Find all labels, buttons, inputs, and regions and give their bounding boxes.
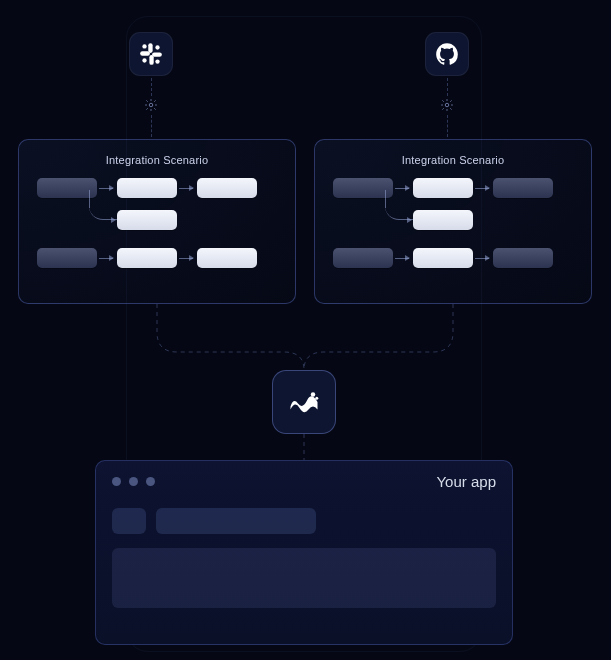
flow-node <box>117 178 177 198</box>
gear-icon <box>143 97 159 113</box>
svg-rect-1 <box>140 51 150 55</box>
flow-arrow <box>111 217 116 223</box>
flow-node <box>117 248 177 268</box>
flow-arrow <box>99 258 113 259</box>
flow-arrow <box>395 258 409 259</box>
svg-point-6 <box>142 58 146 62</box>
connector-line <box>151 115 152 137</box>
integration-scenario-panel-left: Integration Scenario <box>18 139 296 304</box>
svg-rect-3 <box>152 52 162 56</box>
flow-node <box>333 248 393 268</box>
svg-point-9 <box>445 103 449 107</box>
flow-node <box>197 178 257 198</box>
placeholder-block <box>156 508 316 534</box>
svg-point-7 <box>155 59 159 63</box>
placeholder-row <box>112 508 496 534</box>
flow-node <box>333 178 393 198</box>
flow-arrow <box>179 258 193 259</box>
flow-node <box>197 248 257 268</box>
flow-arrow <box>89 190 117 220</box>
flow-node <box>493 248 553 268</box>
brand-app-icon <box>272 370 336 434</box>
panel-title: Integration Scenario <box>331 154 575 166</box>
connector-line <box>447 115 448 137</box>
connector-line <box>151 78 152 96</box>
integration-scenario-panel-right: Integration Scenario <box>314 139 592 304</box>
flow-node <box>413 178 473 198</box>
gear-icon <box>439 97 455 113</box>
flow-arrow <box>395 188 409 189</box>
github-icon <box>425 32 469 76</box>
svg-rect-0 <box>148 43 152 53</box>
placeholder-block <box>112 548 496 608</box>
svg-point-10 <box>311 392 316 397</box>
flow-arrow <box>475 188 489 189</box>
flow-arrow <box>475 258 489 259</box>
window-title: Your app <box>436 473 496 490</box>
flow-arrow <box>99 188 113 189</box>
flow-arrow <box>179 188 193 189</box>
flow-node <box>413 248 473 268</box>
svg-point-5 <box>155 45 159 49</box>
flow-node <box>117 210 177 230</box>
flow-node <box>493 178 553 198</box>
flow-diagram <box>35 178 279 288</box>
placeholder-block <box>112 508 146 534</box>
window-traffic-lights <box>112 477 155 486</box>
flow-arrow <box>407 217 412 223</box>
flow-node <box>37 178 97 198</box>
svg-rect-2 <box>149 55 153 65</box>
panel-title: Integration Scenario <box>35 154 279 166</box>
window-dot <box>146 477 155 486</box>
window-titlebar: Your app <box>112 473 496 490</box>
slack-icon <box>129 32 173 76</box>
your-app-window: Your app <box>95 460 513 645</box>
window-dot <box>129 477 138 486</box>
svg-point-8 <box>149 103 153 107</box>
svg-point-4 <box>142 44 146 48</box>
flow-arrow <box>385 190 413 220</box>
svg-point-11 <box>315 397 318 400</box>
connector-line <box>447 78 448 96</box>
flow-node <box>37 248 97 268</box>
flow-diagram <box>331 178 575 288</box>
window-dot <box>112 477 121 486</box>
flow-node <box>413 210 473 230</box>
